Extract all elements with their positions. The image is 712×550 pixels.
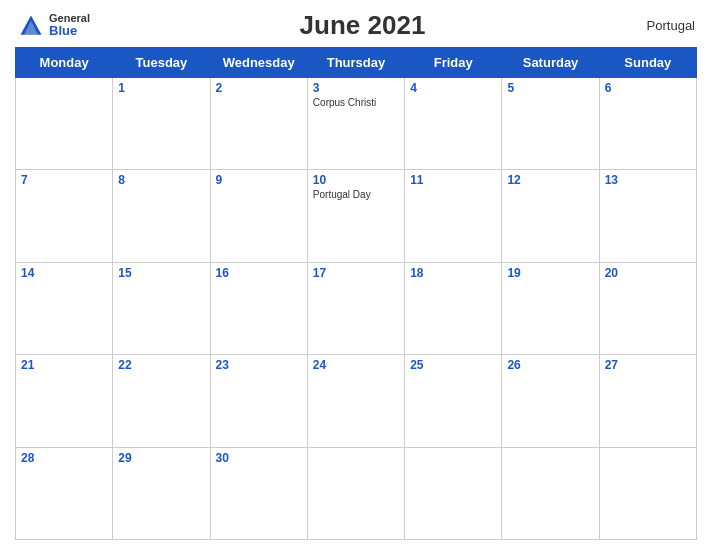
cell-w4-d7: 27 [599,355,696,447]
week-row-4: 21222324252627 [16,355,697,447]
day-number: 18 [410,266,496,280]
day-number: 2 [216,81,302,95]
week-row-3: 14151617181920 [16,262,697,354]
cell-w3-d4: 17 [307,262,404,354]
day-number: 25 [410,358,496,372]
logo: General Blue [17,12,90,40]
day-number: 3 [313,81,399,95]
cell-w5-d6 [502,447,599,539]
calendar-table: Monday Tuesday Wednesday Thursday Friday… [15,47,697,540]
day-number: 24 [313,358,399,372]
day-number: 4 [410,81,496,95]
day-number: 13 [605,173,691,187]
cell-w2-d5: 11 [405,170,502,262]
day-number: 7 [21,173,107,187]
day-number: 17 [313,266,399,280]
cell-w4-d4: 24 [307,355,404,447]
day-number: 10 [313,173,399,187]
cell-w2-d6: 12 [502,170,599,262]
cell-w1-d5: 4 [405,78,502,170]
holiday-label: Corpus Christi [313,97,399,108]
day-number: 1 [118,81,204,95]
cell-w5-d7 [599,447,696,539]
cell-w4-d3: 23 [210,355,307,447]
week-row-5: 282930 [16,447,697,539]
logo-icon [17,12,45,40]
header-tuesday: Tuesday [113,48,210,78]
week-row-1: 123Corpus Christi456 [16,78,697,170]
header-wednesday: Wednesday [210,48,307,78]
day-number: 19 [507,266,593,280]
cell-w1-d3: 2 [210,78,307,170]
cell-w2-d1: 7 [16,170,113,262]
header-monday: Monday [16,48,113,78]
cell-w3-d3: 16 [210,262,307,354]
cell-w4-d1: 21 [16,355,113,447]
logo-text: General Blue [49,12,90,38]
header-thursday: Thursday [307,48,404,78]
day-number: 9 [216,173,302,187]
day-number: 22 [118,358,204,372]
calendar-header: General Blue June 2021 Portugal [15,10,697,41]
cell-w4-d2: 22 [113,355,210,447]
day-number: 30 [216,451,302,465]
day-number: 26 [507,358,593,372]
cell-w4-d6: 26 [502,355,599,447]
days-header-row: Monday Tuesday Wednesday Thursday Friday… [16,48,697,78]
cell-w4-d5: 25 [405,355,502,447]
day-number: 28 [21,451,107,465]
header-sunday: Sunday [599,48,696,78]
cell-w3-d7: 20 [599,262,696,354]
cell-w5-d1: 28 [16,447,113,539]
day-number: 6 [605,81,691,95]
day-number: 23 [216,358,302,372]
day-number: 12 [507,173,593,187]
cell-w2-d2: 8 [113,170,210,262]
cell-w1-d2: 1 [113,78,210,170]
cell-w2-d4: 10Portugal Day [307,170,404,262]
logo-blue-text: Blue [49,24,90,38]
cell-w5-d2: 29 [113,447,210,539]
day-number: 21 [21,358,107,372]
country-label: Portugal [635,18,695,33]
holiday-label: Portugal Day [313,189,399,200]
week-row-2: 78910Portugal Day111213 [16,170,697,262]
day-number: 15 [118,266,204,280]
header-friday: Friday [405,48,502,78]
calendar-title: June 2021 [90,10,635,41]
cell-w1-d6: 5 [502,78,599,170]
day-number: 29 [118,451,204,465]
cell-w1-d7: 6 [599,78,696,170]
cell-w5-d3: 30 [210,447,307,539]
day-number: 20 [605,266,691,280]
day-number: 11 [410,173,496,187]
cell-w3-d2: 15 [113,262,210,354]
cell-w2-d3: 9 [210,170,307,262]
cell-w2-d7: 13 [599,170,696,262]
day-number: 27 [605,358,691,372]
cell-w3-d1: 14 [16,262,113,354]
day-number: 14 [21,266,107,280]
day-number: 8 [118,173,204,187]
cell-w1-d4: 3Corpus Christi [307,78,404,170]
header-saturday: Saturday [502,48,599,78]
cell-w5-d5 [405,447,502,539]
day-number: 16 [216,266,302,280]
cell-w3-d6: 19 [502,262,599,354]
cell-w5-d4 [307,447,404,539]
cell-w1-d1 [16,78,113,170]
cell-w3-d5: 18 [405,262,502,354]
day-number: 5 [507,81,593,95]
